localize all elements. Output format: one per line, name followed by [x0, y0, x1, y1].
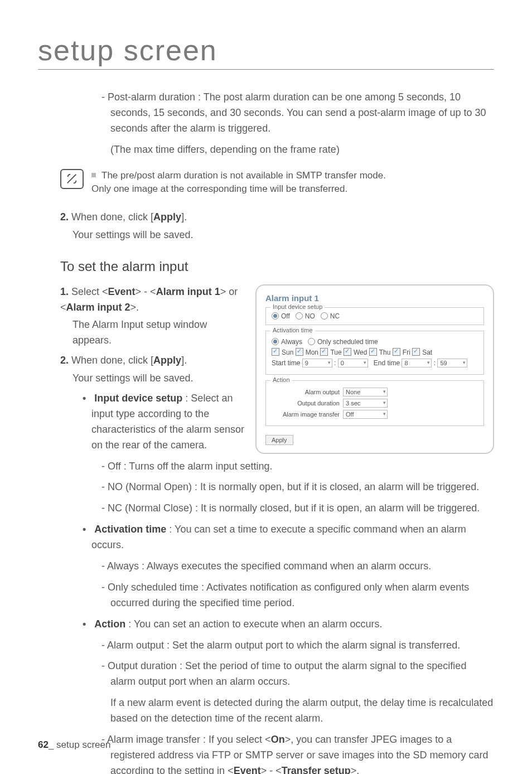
- action-transfer-c: > - <: [261, 765, 282, 774]
- step-1-t1: Select <: [71, 286, 108, 297]
- chk-sat[interactable]: [412, 348, 420, 356]
- note-line2: Only one image at the corresponding time…: [91, 183, 347, 194]
- step-2b-num: 2.: [60, 355, 69, 366]
- step-1-num: 1.: [60, 286, 69, 297]
- fs-input-device: Input device setup: [270, 303, 325, 310]
- activation-scheduled: Only scheduled time : Activates notifica…: [110, 580, 494, 611]
- chk-sat-label: Sat: [422, 349, 432, 356]
- chk-fri-label: Fri: [403, 349, 410, 356]
- section-heading: To set the alarm input: [60, 259, 494, 274]
- action-transfer-event: Event: [234, 765, 261, 774]
- chk-wed[interactable]: [344, 348, 351, 356]
- chk-tue-label: Tue: [330, 349, 341, 356]
- footer-sep: _: [49, 739, 54, 750]
- radio-off-label: Off: [281, 312, 290, 320]
- ids-no: NO (Normal Open) : It is normally open, …: [110, 480, 494, 495]
- radio-nc-label: NC: [330, 312, 340, 320]
- step-2b-t2: ].: [181, 355, 187, 366]
- footer-text: setup screen: [54, 739, 110, 750]
- chk-sun[interactable]: [272, 348, 279, 356]
- radio-off[interactable]: [272, 312, 279, 320]
- action-transfer-a: Alarm image transfer : If you select <: [107, 734, 271, 745]
- step-2a-t2: ].: [181, 211, 187, 222]
- note-text: The pre/post alarm duration is not avail…: [91, 169, 386, 196]
- step-2a-num: 2.: [60, 211, 69, 222]
- radio-no-label: NO: [305, 312, 315, 320]
- page-footer: 62_ setup screen: [38, 739, 110, 751]
- step-1-sub: The Alarm Input setup window appears.: [72, 317, 245, 349]
- alarm-output-label: Alarm output: [272, 389, 340, 395]
- post-alarm-item: Post-alarm duration : The post alarm dur…: [110, 90, 494, 137]
- radio-scheduled-label: Only scheduled time: [317, 338, 378, 346]
- step-2b-t1: When done, click [: [71, 355, 153, 366]
- action-transfer-d: >.: [351, 765, 360, 774]
- apply-button[interactable]: Apply: [265, 435, 293, 445]
- end-hour[interactable]: 8: [402, 359, 432, 367]
- alarm-output-select[interactable]: None: [343, 388, 388, 396]
- step-1-ai1: Alarm input 1: [156, 286, 220, 297]
- step-2a-t1: When done, click [: [71, 211, 153, 222]
- end-time-label: End time: [374, 359, 400, 367]
- start-hour[interactable]: 9: [302, 359, 332, 367]
- start-min[interactable]: 0: [338, 359, 368, 367]
- radio-always-label: Always: [281, 338, 302, 346]
- page-number: 62: [38, 739, 49, 750]
- activation-item: Activation time : You can set a time to …: [91, 522, 494, 553]
- activation-heading: Activation time: [94, 524, 166, 535]
- step-1-t2: > - <: [136, 286, 156, 297]
- fs-activation: Activation time: [270, 327, 315, 333]
- note-icon: [60, 169, 84, 189]
- step-1-ai2: Alarm input 2: [66, 302, 130, 313]
- action-transfer: Alarm image transfer : If you select <On…: [110, 732, 494, 774]
- output-duration-label: Output duration: [272, 400, 340, 407]
- action-transfer-setup: Transfer setup: [282, 765, 351, 774]
- image-transfer-select[interactable]: Off: [343, 410, 388, 419]
- action-duration: Output duration : Set the period of time…: [110, 659, 494, 690]
- post-alarm-sub: (The max time differs, depending on the …: [110, 142, 494, 158]
- radio-no[interactable]: [296, 312, 303, 320]
- chk-wed-label: Wed: [354, 349, 367, 356]
- radio-nc[interactable]: [321, 312, 328, 320]
- step-2b: 2. When done, click [Apply].: [60, 353, 245, 369]
- chk-sun-label: Sun: [282, 349, 293, 356]
- shot-title: Alarm input 1: [265, 293, 484, 303]
- image-transfer-label: Alarm image transfer: [272, 411, 340, 418]
- chk-mon-label: Mon: [306, 349, 318, 356]
- ids-off: Off : Turns off the alarm input setting.: [110, 459, 494, 475]
- note-line1: The pre/post alarm duration is not avail…: [101, 170, 386, 181]
- step-1: 1. Select <Event> - <Alarm input 1> or <…: [60, 284, 245, 316]
- step-2a-apply: Apply: [153, 211, 181, 222]
- output-duration-select[interactable]: 3 sec: [343, 399, 388, 408]
- action-transfer-on: On: [271, 734, 285, 745]
- radio-always[interactable]: [272, 338, 279, 345]
- chk-thu[interactable]: [369, 348, 377, 356]
- step-2a: 2. When done, click [Apply].: [60, 210, 494, 225]
- chk-thu-label: Thu: [379, 349, 391, 356]
- ids-nc: NC (Normal Close) : It is normally close…: [110, 501, 494, 516]
- fs-action: Action: [270, 376, 292, 383]
- chk-fri[interactable]: [393, 348, 400, 356]
- action-duration-2: If a new alarm event is detected during …: [110, 695, 494, 727]
- step-2b-sub: Your settings will be saved.: [72, 371, 245, 386]
- chk-tue[interactable]: [320, 348, 328, 356]
- step-2b-apply: Apply: [153, 355, 181, 366]
- chk-mon[interactable]: [296, 348, 303, 356]
- action-heading: Action: [94, 618, 125, 630]
- action-item: Action : You can set an action to execut…: [91, 617, 494, 632]
- step-1-event: Event: [108, 286, 136, 297]
- activation-always: Always : Always executes the specified c…: [110, 559, 494, 574]
- radio-scheduled[interactable]: [308, 338, 315, 345]
- ids-heading: Input device setup: [94, 393, 182, 404]
- ids-item: Input device setup : Select an input typ…: [91, 391, 245, 453]
- action-output: Alarm output : Set the alarm output port…: [110, 638, 494, 654]
- end-min[interactable]: 59: [437, 359, 467, 367]
- chapter-title: setup screen: [38, 33, 494, 70]
- start-time-label: Start time: [272, 359, 300, 367]
- step-2a-sub: Your settings will be saved.: [72, 228, 494, 243]
- screenshot-panel: Alarm input 1 Input device setup Off NO …: [255, 284, 494, 454]
- action-text: : You can set an action to execute when …: [125, 618, 382, 630]
- step-1-t4: >.: [130, 302, 139, 313]
